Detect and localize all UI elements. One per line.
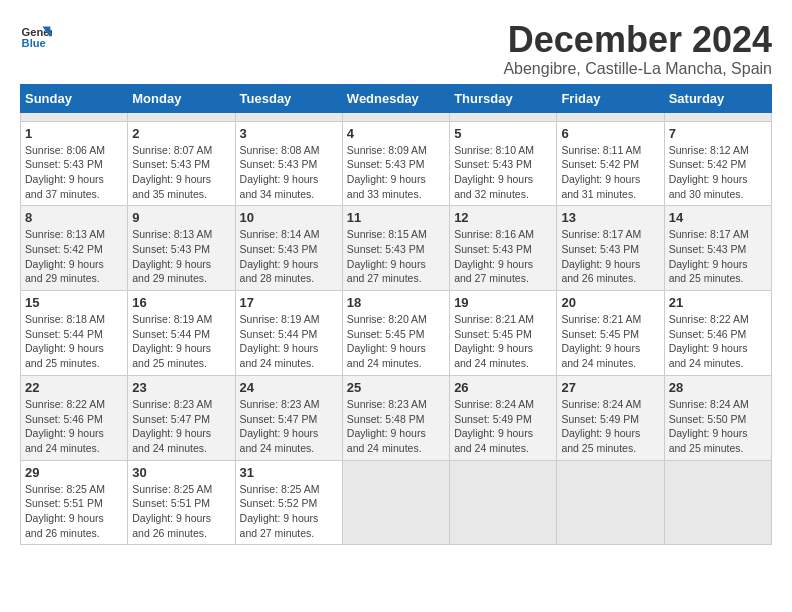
calendar-cell <box>664 460 771 545</box>
day-info: Sunrise: 8:25 AM Sunset: 5:51 PM Dayligh… <box>25 482 123 541</box>
day-of-week-header: Friday <box>557 84 664 112</box>
calendar-cell: 26Sunrise: 8:24 AM Sunset: 5:49 PM Dayli… <box>450 375 557 460</box>
calendar-cell: 3Sunrise: 8:08 AM Sunset: 5:43 PM Daylig… <box>235 121 342 206</box>
calendar-cell: 5Sunrise: 8:10 AM Sunset: 5:43 PM Daylig… <box>450 121 557 206</box>
day-number: 11 <box>347 210 445 225</box>
calendar-table: SundayMondayTuesdayWednesdayThursdayFrid… <box>20 84 772 546</box>
day-number: 9 <box>132 210 230 225</box>
day-info: Sunrise: 8:13 AM Sunset: 5:42 PM Dayligh… <box>25 227 123 286</box>
calendar-cell <box>235 112 342 121</box>
day-info: Sunrise: 8:17 AM Sunset: 5:43 PM Dayligh… <box>561 227 659 286</box>
calendar-week-row <box>21 112 772 121</box>
day-info: Sunrise: 8:19 AM Sunset: 5:44 PM Dayligh… <box>132 312 230 371</box>
day-number: 1 <box>25 126 123 141</box>
calendar-cell <box>128 112 235 121</box>
calendar-cell: 16Sunrise: 8:19 AM Sunset: 5:44 PM Dayli… <box>128 291 235 376</box>
day-number: 17 <box>240 295 338 310</box>
day-info: Sunrise: 8:12 AM Sunset: 5:42 PM Dayligh… <box>669 143 767 202</box>
calendar-cell: 10Sunrise: 8:14 AM Sunset: 5:43 PM Dayli… <box>235 206 342 291</box>
calendar-cell: 28Sunrise: 8:24 AM Sunset: 5:50 PM Dayli… <box>664 375 771 460</box>
calendar-cell: 4Sunrise: 8:09 AM Sunset: 5:43 PM Daylig… <box>342 121 449 206</box>
calendar-cell: 24Sunrise: 8:23 AM Sunset: 5:47 PM Dayli… <box>235 375 342 460</box>
day-of-week-header: Wednesday <box>342 84 449 112</box>
day-info: Sunrise: 8:16 AM Sunset: 5:43 PM Dayligh… <box>454 227 552 286</box>
day-info: Sunrise: 8:25 AM Sunset: 5:51 PM Dayligh… <box>132 482 230 541</box>
day-of-week-header: Thursday <box>450 84 557 112</box>
logo-icon: General Blue <box>20 20 52 52</box>
day-info: Sunrise: 8:21 AM Sunset: 5:45 PM Dayligh… <box>454 312 552 371</box>
day-info: Sunrise: 8:24 AM Sunset: 5:49 PM Dayligh… <box>454 397 552 456</box>
day-number: 4 <box>347 126 445 141</box>
day-number: 14 <box>669 210 767 225</box>
calendar-cell <box>450 460 557 545</box>
day-number: 30 <box>132 465 230 480</box>
day-number: 26 <box>454 380 552 395</box>
calendar-cell: 17Sunrise: 8:19 AM Sunset: 5:44 PM Dayli… <box>235 291 342 376</box>
calendar-cell: 23Sunrise: 8:23 AM Sunset: 5:47 PM Dayli… <box>128 375 235 460</box>
calendar-cell <box>342 112 449 121</box>
calendar-cell: 13Sunrise: 8:17 AM Sunset: 5:43 PM Dayli… <box>557 206 664 291</box>
day-info: Sunrise: 8:23 AM Sunset: 5:47 PM Dayligh… <box>240 397 338 456</box>
calendar-cell: 18Sunrise: 8:20 AM Sunset: 5:45 PM Dayli… <box>342 291 449 376</box>
calendar-cell: 7Sunrise: 8:12 AM Sunset: 5:42 PM Daylig… <box>664 121 771 206</box>
calendar-cell: 19Sunrise: 8:21 AM Sunset: 5:45 PM Dayli… <box>450 291 557 376</box>
calendar-week-row: 1Sunrise: 8:06 AM Sunset: 5:43 PM Daylig… <box>21 121 772 206</box>
calendar-cell <box>450 112 557 121</box>
calendar-cell: 2Sunrise: 8:07 AM Sunset: 5:43 PM Daylig… <box>128 121 235 206</box>
day-info: Sunrise: 8:24 AM Sunset: 5:50 PM Dayligh… <box>669 397 767 456</box>
day-number: 21 <box>669 295 767 310</box>
calendar-cell: 14Sunrise: 8:17 AM Sunset: 5:43 PM Dayli… <box>664 206 771 291</box>
day-info: Sunrise: 8:14 AM Sunset: 5:43 PM Dayligh… <box>240 227 338 286</box>
calendar-cell: 9Sunrise: 8:13 AM Sunset: 5:43 PM Daylig… <box>128 206 235 291</box>
day-info: Sunrise: 8:21 AM Sunset: 5:45 PM Dayligh… <box>561 312 659 371</box>
day-of-week-header: Tuesday <box>235 84 342 112</box>
logo: General Blue <box>20 20 52 52</box>
day-number: 22 <box>25 380 123 395</box>
day-number: 20 <box>561 295 659 310</box>
day-number: 27 <box>561 380 659 395</box>
day-number: 8 <box>25 210 123 225</box>
day-number: 29 <box>25 465 123 480</box>
calendar-cell: 8Sunrise: 8:13 AM Sunset: 5:42 PM Daylig… <box>21 206 128 291</box>
day-info: Sunrise: 8:07 AM Sunset: 5:43 PM Dayligh… <box>132 143 230 202</box>
calendar-cell: 15Sunrise: 8:18 AM Sunset: 5:44 PM Dayli… <box>21 291 128 376</box>
day-info: Sunrise: 8:24 AM Sunset: 5:49 PM Dayligh… <box>561 397 659 456</box>
day-info: Sunrise: 8:15 AM Sunset: 5:43 PM Dayligh… <box>347 227 445 286</box>
calendar-cell: 11Sunrise: 8:15 AM Sunset: 5:43 PM Dayli… <box>342 206 449 291</box>
calendar-cell: 1Sunrise: 8:06 AM Sunset: 5:43 PM Daylig… <box>21 121 128 206</box>
day-number: 23 <box>132 380 230 395</box>
day-info: Sunrise: 8:25 AM Sunset: 5:52 PM Dayligh… <box>240 482 338 541</box>
day-of-week-header: Monday <box>128 84 235 112</box>
day-info: Sunrise: 8:10 AM Sunset: 5:43 PM Dayligh… <box>454 143 552 202</box>
calendar-cell: 21Sunrise: 8:22 AM Sunset: 5:46 PM Dayli… <box>664 291 771 376</box>
calendar-cell: 6Sunrise: 8:11 AM Sunset: 5:42 PM Daylig… <box>557 121 664 206</box>
calendar-week-row: 29Sunrise: 8:25 AM Sunset: 5:51 PM Dayli… <box>21 460 772 545</box>
calendar-header: SundayMondayTuesdayWednesdayThursdayFrid… <box>21 84 772 112</box>
day-number: 15 <box>25 295 123 310</box>
calendar-week-row: 22Sunrise: 8:22 AM Sunset: 5:46 PM Dayli… <box>21 375 772 460</box>
page-header: General Blue December 2024 Abengibre, Ca… <box>20 20 772 78</box>
day-info: Sunrise: 8:23 AM Sunset: 5:48 PM Dayligh… <box>347 397 445 456</box>
calendar-cell: 12Sunrise: 8:16 AM Sunset: 5:43 PM Dayli… <box>450 206 557 291</box>
calendar-cell: 25Sunrise: 8:23 AM Sunset: 5:48 PM Dayli… <box>342 375 449 460</box>
day-number: 25 <box>347 380 445 395</box>
calendar-cell: 31Sunrise: 8:25 AM Sunset: 5:52 PM Dayli… <box>235 460 342 545</box>
day-number: 24 <box>240 380 338 395</box>
day-info: Sunrise: 8:11 AM Sunset: 5:42 PM Dayligh… <box>561 143 659 202</box>
day-info: Sunrise: 8:18 AM Sunset: 5:44 PM Dayligh… <box>25 312 123 371</box>
calendar-cell: 27Sunrise: 8:24 AM Sunset: 5:49 PM Dayli… <box>557 375 664 460</box>
day-number: 16 <box>132 295 230 310</box>
calendar-week-row: 8Sunrise: 8:13 AM Sunset: 5:42 PM Daylig… <box>21 206 772 291</box>
day-number: 6 <box>561 126 659 141</box>
day-number: 12 <box>454 210 552 225</box>
day-info: Sunrise: 8:22 AM Sunset: 5:46 PM Dayligh… <box>669 312 767 371</box>
day-info: Sunrise: 8:22 AM Sunset: 5:46 PM Dayligh… <box>25 397 123 456</box>
title-block: December 2024 Abengibre, Castille-La Man… <box>503 20 772 78</box>
day-number: 2 <box>132 126 230 141</box>
day-info: Sunrise: 8:20 AM Sunset: 5:45 PM Dayligh… <box>347 312 445 371</box>
calendar-cell: 20Sunrise: 8:21 AM Sunset: 5:45 PM Dayli… <box>557 291 664 376</box>
day-number: 7 <box>669 126 767 141</box>
day-number: 3 <box>240 126 338 141</box>
day-number: 28 <box>669 380 767 395</box>
day-number: 10 <box>240 210 338 225</box>
